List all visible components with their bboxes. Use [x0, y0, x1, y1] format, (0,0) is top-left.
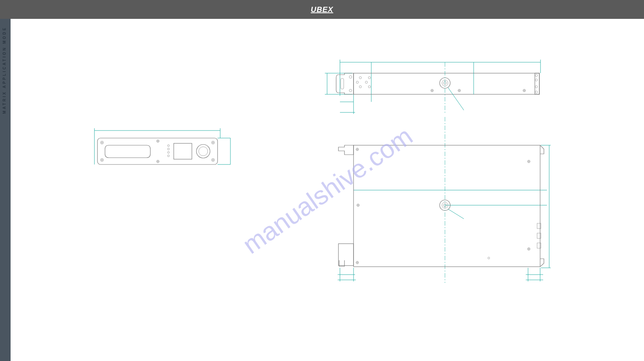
svg-point-49 — [365, 81, 368, 83]
svg-rect-44 — [341, 78, 344, 89]
svg-rect-78 — [354, 145, 540, 267]
svg-point-102 — [488, 257, 490, 259]
svg-point-48 — [356, 81, 358, 83]
svg-point-66 — [535, 79, 537, 81]
svg-point-46 — [359, 77, 361, 79]
svg-rect-42 — [354, 73, 539, 94]
page-header: UBEX — [0, 0, 644, 19]
svg-rect-79 — [338, 244, 354, 266]
top-view — [338, 117, 551, 283]
svg-line-63 — [448, 88, 464, 110]
front-view — [94, 128, 230, 164]
svg-point-45 — [349, 76, 352, 78]
page-content: manualshive.com .dim { stroke:#1aa9a0; s… — [11, 19, 644, 361]
side-rail-label: MATRIX APPLICATION MODE — [0, 19, 9, 121]
svg-point-26 — [168, 148, 170, 150]
svg-point-50 — [359, 86, 361, 88]
svg-rect-6 — [97, 138, 218, 164]
svg-point-51 — [368, 86, 371, 88]
side-rail: MATRIX APPLICATION MODE — [0, 19, 11, 361]
svg-point-52 — [349, 89, 352, 92]
svg-point-25 — [168, 145, 170, 147]
drawing-svg: .dim { stroke:#1aa9a0; stroke-width:1; f… — [11, 19, 644, 361]
svg-point-30 — [196, 144, 210, 158]
svg-rect-29 — [174, 143, 192, 159]
svg-point-65 — [535, 74, 537, 77]
svg-point-68 — [535, 91, 537, 93]
svg-point-27 — [168, 152, 170, 154]
svg-point-31 — [199, 147, 208, 156]
svg-point-67 — [535, 86, 537, 88]
technical-drawing: .dim { stroke:#1aa9a0; stroke-width:1; f… — [11, 19, 644, 361]
side-view — [325, 60, 541, 114]
svg-point-28 — [168, 155, 170, 157]
svg-line-101 — [448, 209, 464, 219]
svg-point-47 — [368, 77, 371, 79]
brand-logo: UBEX — [311, 5, 334, 14]
